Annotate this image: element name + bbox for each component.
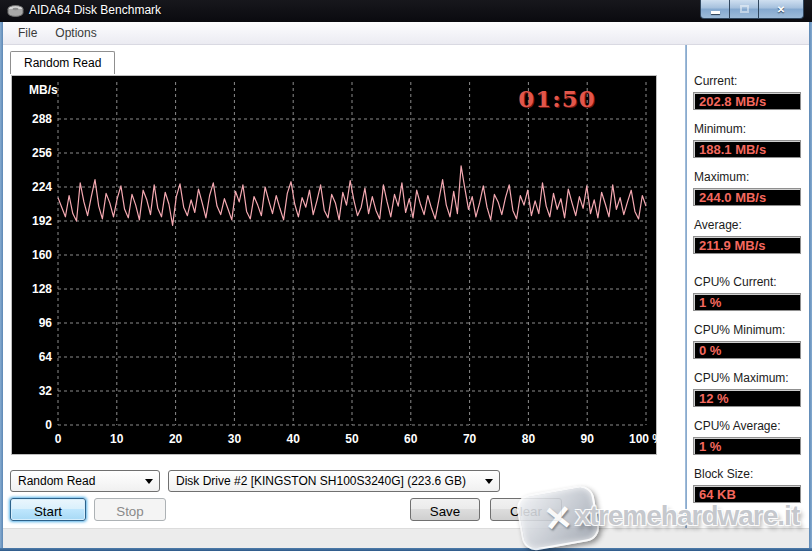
maximize-icon (740, 5, 749, 13)
stat-label: CPU% Current: (694, 275, 806, 290)
status-strip (3, 528, 809, 548)
minimize-button[interactable] (700, 0, 730, 19)
stop-button[interactable]: Stop (94, 498, 166, 521)
x-tick-label: 20 (153, 432, 199, 447)
disk-drive-value: Disk Drive #2 [KINGSTON SH100S3240G] (22… (176, 474, 466, 488)
maximize-button[interactable] (730, 0, 759, 19)
title-bar: AIDA64 Disk Benchmark ✕ (0, 0, 812, 22)
stat-label: CPU% Minimum: (694, 323, 806, 338)
x-tick-label: 50 (329, 432, 375, 447)
stat-label: Minimum: (694, 122, 806, 137)
stat-value: 1 % (693, 293, 801, 311)
app-window: AIDA64 Disk Benchmark ✕ File Options Ran… (0, 0, 812, 551)
y-tick-label: 160 (14, 248, 52, 263)
disk-icon (7, 4, 24, 18)
minimize-icon (711, 11, 720, 14)
y-tick-label: 192 (14, 214, 52, 229)
window-title: AIDA64 Disk Benchmark (29, 3, 161, 17)
y-axis-unit: MB/s (29, 83, 58, 97)
chevron-down-icon (145, 479, 153, 484)
elapsed-timer: 01:50 (462, 85, 652, 112)
y-tick-label: 256 (14, 146, 52, 161)
start-button[interactable]: Start (10, 498, 86, 521)
menu-options[interactable]: Options (46, 23, 105, 43)
stat-label: CPU% Maximum: (694, 371, 806, 386)
close-icon: ✕ (777, 4, 785, 15)
y-tick-label: 96 (14, 316, 52, 331)
stat-value: 12 % (693, 389, 801, 407)
y-tick-label: 64 (14, 350, 52, 365)
x-tick-label: 10 (94, 432, 140, 447)
panel-separator (685, 45, 687, 528)
x-tick-label: 90 (564, 432, 610, 447)
benchmark-type-select[interactable]: Random Read (10, 470, 160, 492)
stat-value: 1 % (693, 437, 801, 455)
stat-value: 244.0 MB/s (693, 188, 801, 206)
x-tick-label: 0 (35, 432, 81, 447)
stat-label: Current: (694, 74, 806, 89)
y-tick-label: 224 (14, 180, 52, 195)
stat-value: 188.1 MB/s (693, 140, 801, 158)
stat-label: Maximum: (694, 170, 806, 185)
x-tick-label: 60 (388, 432, 434, 447)
y-tick-label: 0 (14, 418, 52, 433)
x-tick-label: 30 (211, 432, 257, 447)
close-button[interactable]: ✕ (759, 0, 804, 19)
x-tick-label: 70 (447, 432, 493, 447)
menu-bar: File Options (3, 22, 809, 45)
y-tick-label: 128 (14, 282, 52, 297)
tab-random-read[interactable]: Random Read (10, 51, 115, 74)
disk-drive-select[interactable]: Disk Drive #2 [KINGSTON SH100S3240G] (22… (168, 470, 500, 492)
x-tick-label: 80 (505, 432, 551, 447)
stat-label: CPU% Average: (694, 419, 806, 434)
window-controls: ✕ (700, 0, 804, 19)
stat-value: 211.9 MB/s (693, 236, 801, 254)
menu-file[interactable]: File (9, 23, 46, 43)
y-tick-label: 32 (14, 384, 52, 399)
chevron-down-icon (485, 479, 493, 484)
benchmark-type-value: Random Read (18, 474, 95, 488)
x-tick-label: 100 % (623, 432, 669, 447)
clear-button[interactable]: Clear (490, 498, 562, 521)
x-tick-label: 40 (270, 432, 316, 447)
benchmark-chart: MB/s 2882562241921601289664320 010203040… (11, 75, 657, 455)
stat-label: Average: (694, 218, 806, 233)
stat-label: Block Size: (694, 467, 806, 482)
window-border-left (0, 22, 3, 548)
chart-canvas (12, 76, 658, 456)
stat-value: 0 % (693, 341, 801, 359)
stat-value: 64 KB (693, 485, 801, 503)
stat-value: 202.8 MB/s (693, 92, 801, 110)
save-button[interactable]: Save (410, 498, 480, 521)
y-tick-label: 288 (14, 112, 52, 127)
